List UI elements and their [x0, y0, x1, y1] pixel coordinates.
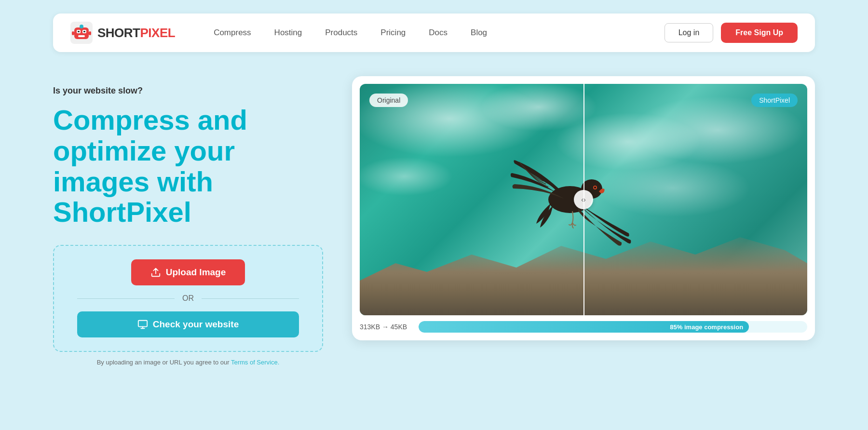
or-text: OR	[182, 294, 194, 303]
hero-eyebrow: Is your website slow?	[53, 86, 323, 96]
upload-box: Upload Image OR Check your website	[53, 245, 323, 352]
nav-actions: Log in Free Sign Up	[665, 23, 798, 43]
nav-blog[interactable]: Blog	[471, 28, 487, 38]
hero-right: ‹› Original ShortPixel 313KB → 45KB 85% …	[352, 76, 815, 340]
navbar: SHORTPIXEL Compress Hosting Products Pri…	[53, 13, 815, 52]
hero-section: Is your website slow? Compress and optim…	[53, 76, 815, 366]
or-line-right	[202, 298, 299, 299]
comparison-handle[interactable]: ‹›	[574, 190, 593, 209]
logo-icon	[70, 22, 93, 44]
nav-links: Compress Hosting Products Pricing Docs B…	[214, 28, 665, 38]
svg-rect-7	[80, 25, 83, 28]
check-website-button[interactable]: Check your website	[77, 311, 299, 337]
shortpixel-label: ShortPixel	[751, 94, 798, 107]
signup-button[interactable]: Free Sign Up	[721, 23, 798, 43]
nav-pricing[interactable]: Pricing	[380, 28, 406, 38]
progress-fill: 85% image compression	[419, 321, 749, 333]
bird-image	[502, 147, 637, 253]
svg-rect-10	[138, 321, 147, 327]
or-line-left	[77, 298, 175, 299]
size-label: 313KB → 45KB	[360, 323, 413, 331]
upload-icon	[150, 267, 161, 278]
check-website-icon	[137, 319, 148, 330]
nav-products[interactable]: Products	[325, 28, 357, 38]
svg-point-14	[594, 187, 596, 188]
or-divider: OR	[77, 294, 299, 303]
hero-title: Compress and optimize your images with S…	[53, 105, 323, 228]
nav-hosting[interactable]: Hosting	[274, 28, 302, 38]
nav-docs[interactable]: Docs	[429, 28, 448, 38]
login-button[interactable]: Log in	[665, 23, 714, 42]
logo-text: SHORTPIXEL	[97, 26, 175, 40]
upload-button[interactable]: Upload Image	[131, 259, 245, 285]
svg-rect-8	[72, 31, 74, 35]
image-comparison: ‹› Original ShortPixel	[360, 84, 807, 315]
progress-track: 85% image compression	[419, 321, 807, 333]
svg-rect-9	[89, 31, 91, 35]
handle-arrows: ‹›	[581, 196, 585, 203]
compression-bar: 313KB → 45KB 85% image compression	[360, 321, 807, 333]
logo[interactable]: SHORTPIXEL	[70, 22, 175, 44]
original-label: Original	[369, 94, 408, 107]
svg-rect-5	[83, 31, 85, 32]
svg-rect-1	[74, 27, 89, 39]
svg-rect-6	[78, 35, 85, 37]
terms-link[interactable]: Terms of Service.	[231, 359, 279, 366]
hero-left: Is your website slow? Compress and optim…	[53, 76, 323, 366]
terms-text: By uploading an image or URL you agree t…	[53, 359, 323, 366]
svg-rect-4	[78, 31, 80, 32]
compression-label: 85% image compression	[670, 323, 743, 331]
nav-compress[interactable]: Compress	[214, 28, 251, 38]
